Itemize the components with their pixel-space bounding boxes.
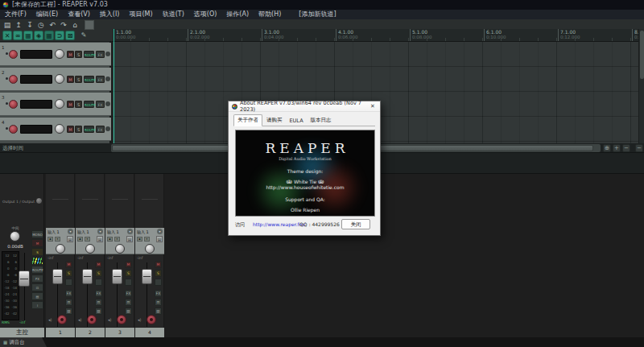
mixer-dock-tab[interactable]: ▦调音台 [0,337,47,347]
track-fx-button[interactable]: FX [96,126,105,133]
channel-monitor-icon[interactable]: ◂) [48,317,52,322]
record-arm-button[interactable] [9,75,18,84]
master-fx-button[interactable]: FX [31,275,43,283]
channel-number-label[interactable]: 2 [76,328,105,337]
magnet-icon[interactable]: ⊃ [55,31,64,40]
channel-pan-knob[interactable] [85,244,95,254]
channel-number-label[interactable]: 1 [46,328,75,337]
channel-mute-button[interactable]: M [125,261,132,268]
loop-icon[interactable]: ∞ [13,31,23,40]
open-project-icon[interactable]: ↥ [14,20,23,30]
channel-monitor-button[interactable]: ▾ [144,237,150,242]
track-volume-knob[interactable] [55,124,64,134]
channel-monitor-button[interactable]: ▾ [114,237,120,242]
track-name-field[interactable] [20,75,52,84]
channel-fader[interactable] [112,269,122,284]
channel-number-label[interactable]: 4 [135,328,164,337]
channel-fx-insert-icon[interactable]: ⊞ [126,236,133,242]
menu-item[interactable]: 编辑(E) [31,10,63,19]
pencil-icon[interactable]: ✎ [79,31,89,40]
menu-item[interactable]: 选项(O) [189,10,222,19]
channel-fader[interactable] [82,269,93,284]
menu-item[interactable]: 插入(I) [95,10,125,19]
track-env-button[interactable] [105,52,110,56]
dialog-title-bar[interactable]: About REAPER v7.03/win64 rev 0c0eab (Nov… [229,101,380,112]
channel-rec-mode-button[interactable]: ▪ [137,237,142,242]
master-x-button[interactable]: ⊡ [31,283,43,291]
channel-input-dropdown-icon[interactable]: ▾ [68,229,73,234]
track-solo-button[interactable]: S [75,51,82,58]
track-route-button[interactable]: ROUTE [84,101,94,108]
channel-solo-button[interactable]: S [95,270,102,277]
channel-input-dropdown-icon[interactable]: ▾ [97,229,103,234]
channel-solo-button[interactable]: S [125,270,132,277]
snap-icon[interactable]: ◈ [34,31,43,40]
record-arm-button[interactable] [9,125,18,134]
channel-fx-button[interactable]: FX [125,290,132,297]
track-name-field[interactable] [20,125,52,134]
track-fx-button[interactable]: FX [96,51,105,58]
channel-mute-button[interactable]: M [155,261,162,268]
master-pan-knob[interactable] [10,231,20,242]
zoom-out-button[interactable]: − [622,144,630,152]
menu-item[interactable]: 帮助(H) [254,10,286,19]
channel-number-label[interactable]: 3 [105,328,134,337]
dialog-tab-cn[interactable]: 关于作者 [233,114,262,126]
track-env-button[interactable] [105,126,110,131]
close-button[interactable]: 关闭 [341,219,370,229]
channel-record-arm-button[interactable] [57,315,67,324]
channel-mute-button[interactable]: M [95,261,102,268]
channel-monitor-button[interactable]: ▾ [55,237,60,242]
track-mute-button[interactable]: M [67,101,74,108]
menu-item[interactable]: 查看(V) [63,10,95,19]
channel-input-label[interactable]: 输入 1 [107,229,119,234]
master-output-label[interactable]: Output 1 / Output 2 [2,200,38,204]
channel-mute-button[interactable]: M [65,261,72,268]
channel-rec-mode-button[interactable]: ▪ [77,237,83,242]
track-row[interactable]: 2MSROUTEFX [0,68,111,91]
vertical-scrollbar[interactable] [638,29,644,143]
zoom-fit-button[interactable]: ⊕ [603,144,611,152]
master-mono-button[interactable]: MONO [31,230,43,238]
channel-solo-button[interactable]: S [65,270,72,277]
channel-monitor-icon[interactable]: ◂) [138,317,141,322]
dialog-tab-eula[interactable]: EULA [287,116,307,126]
grid-settings-icon[interactable]: ▦ [44,31,54,40]
new-project-icon[interactable]: ▤ [2,20,12,30]
track-env-button[interactable] [105,101,110,106]
master-x-button[interactable]: ▤ [31,292,43,300]
channel-fader[interactable] [52,269,63,284]
reaper-website-link[interactable]: http://www.reaper.fm/ [253,221,305,227]
channel-input-label[interactable]: 输入 1 [47,229,60,234]
track-fx-button[interactable]: FX [96,76,105,83]
channel-input-label[interactable]: 输入 1 [77,229,89,234]
track-route-button[interactable]: ROUTE [84,76,94,83]
channel-fx-button[interactable]: FX [95,290,102,297]
dialog-close-icon[interactable]: ✕ [366,101,379,111]
menu-item[interactable]: 文件(F) [0,10,31,19]
screenset-box-icon[interactable] [85,20,94,30]
channel-input-dropdown-icon[interactable]: ▾ [157,229,163,234]
channel-io-button[interactable]: ⊡ [95,299,102,306]
track-solo-button[interactable]: S [75,101,82,108]
track-volume-knob[interactable] [55,49,64,59]
track-mute-button[interactable]: M [67,76,74,83]
master-gain-value[interactable]: 0.00dB [0,244,31,249]
master-fader[interactable] [19,271,30,287]
save-project-icon[interactable]: ↧ [25,20,35,30]
channel-folder-button[interactable]: ▤ [155,308,162,315]
channel-record-arm-button[interactable] [87,315,97,324]
channel-fxchain-icon[interactable] [155,279,162,286]
timeline-ruler[interactable]: 1.1.000:00.0002.1.000:02.0003.1.000:04.0… [113,29,638,42]
channel-fader[interactable] [142,269,152,284]
track-name-field[interactable] [20,100,52,109]
grid-icon[interactable]: ▦ [23,31,33,40]
channel-fx-insert-icon[interactable]: ⊞ [156,236,163,242]
channel-io-button[interactable]: ⊡ [125,299,132,306]
channel-io-button[interactable]: ⊡ [65,299,72,306]
lock-icon[interactable]: ⊠ [65,31,75,40]
master-i-button[interactable]: i [31,301,43,309]
channel-rec-mode-button[interactable]: ▪ [47,237,53,242]
channel-pan-knob[interactable] [56,244,65,254]
undo-icon[interactable]: ↶ [47,20,57,30]
